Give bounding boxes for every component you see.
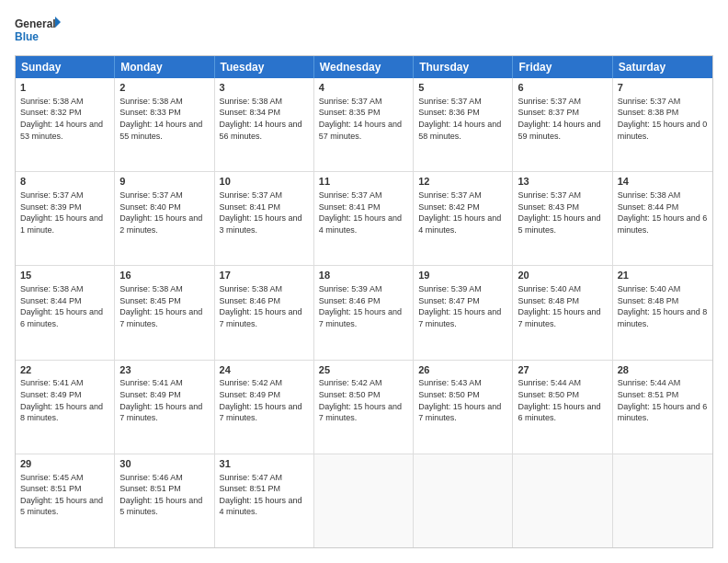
day-info: Sunrise: 5:46 AM Sunset: 8:51 PM Dayligh… bbox=[119, 472, 209, 518]
day-number: 20 bbox=[518, 269, 607, 282]
calendar-cell: 2Sunrise: 5:38 AM Sunset: 8:33 PM Daylig… bbox=[115, 78, 214, 171]
day-number: 10 bbox=[220, 175, 309, 189]
svg-text:Blue: Blue bbox=[15, 30, 39, 43]
week-row-1: 1Sunrise: 5:38 AM Sunset: 8:32 PM Daylig… bbox=[16, 78, 712, 172]
day-number: 21 bbox=[618, 269, 708, 282]
header: General Blue bbox=[15, 15, 713, 48]
day-number: 22 bbox=[20, 363, 109, 377]
day-info: Sunrise: 5:40 AM Sunset: 8:48 PM Dayligh… bbox=[618, 283, 708, 329]
calendar-cell: 20Sunrise: 5:40 AM Sunset: 8:48 PM Dayli… bbox=[513, 266, 612, 359]
day-number: 4 bbox=[319, 81, 408, 95]
day-number: 12 bbox=[418, 175, 507, 189]
svg-marker-2 bbox=[55, 17, 61, 28]
day-number: 2 bbox=[119, 81, 209, 95]
day-info: Sunrise: 5:37 AM Sunset: 8:38 PM Dayligh… bbox=[618, 96, 708, 142]
day-info: Sunrise: 5:37 AM Sunset: 8:43 PM Dayligh… bbox=[518, 190, 607, 236]
day-info: Sunrise: 5:37 AM Sunset: 8:36 PM Dayligh… bbox=[418, 96, 507, 142]
day-info: Sunrise: 5:44 AM Sunset: 8:51 PM Dayligh… bbox=[618, 377, 708, 423]
calendar-cell: 27Sunrise: 5:44 AM Sunset: 8:50 PM Dayli… bbox=[513, 361, 612, 454]
day-number: 13 bbox=[518, 175, 607, 189]
calendar-cell bbox=[414, 454, 513, 547]
calendar-cell bbox=[314, 454, 414, 547]
calendar-cell: 5Sunrise: 5:37 AM Sunset: 8:36 PM Daylig… bbox=[414, 78, 513, 171]
calendar-header: Sunday Monday Tuesday Wednesday Thursday… bbox=[16, 56, 712, 78]
calendar-cell: 21Sunrise: 5:40 AM Sunset: 8:48 PM Dayli… bbox=[613, 266, 712, 359]
day-number: 19 bbox=[418, 269, 507, 282]
day-number: 7 bbox=[618, 81, 708, 95]
day-number: 27 bbox=[518, 363, 607, 377]
day-info: Sunrise: 5:39 AM Sunset: 8:46 PM Dayligh… bbox=[319, 283, 408, 329]
day-info: Sunrise: 5:42 AM Sunset: 8:50 PM Dayligh… bbox=[319, 377, 408, 423]
calendar-cell: 9Sunrise: 5:37 AM Sunset: 8:40 PM Daylig… bbox=[115, 172, 214, 265]
calendar-cell: 13Sunrise: 5:37 AM Sunset: 8:43 PM Dayli… bbox=[513, 172, 612, 265]
header-wednesday: Wednesday bbox=[314, 56, 414, 78]
day-number: 28 bbox=[618, 363, 708, 377]
header-saturday: Saturday bbox=[613, 56, 712, 78]
day-info: Sunrise: 5:44 AM Sunset: 8:50 PM Dayligh… bbox=[518, 377, 607, 423]
day-info: Sunrise: 5:41 AM Sunset: 8:49 PM Dayligh… bbox=[119, 377, 209, 423]
day-number: 16 bbox=[119, 269, 209, 282]
day-info: Sunrise: 5:41 AM Sunset: 8:49 PM Dayligh… bbox=[20, 377, 109, 423]
day-info: Sunrise: 5:38 AM Sunset: 8:34 PM Dayligh… bbox=[220, 96, 309, 142]
day-number: 24 bbox=[220, 363, 309, 377]
calendar-cell: 23Sunrise: 5:41 AM Sunset: 8:49 PM Dayli… bbox=[115, 361, 214, 454]
svg-text:General: General bbox=[15, 17, 56, 30]
calendar-cell: 14Sunrise: 5:38 AM Sunset: 8:44 PM Dayli… bbox=[613, 172, 712, 265]
day-info: Sunrise: 5:45 AM Sunset: 8:51 PM Dayligh… bbox=[20, 472, 109, 518]
header-sunday: Sunday bbox=[16, 56, 115, 78]
day-number: 8 bbox=[20, 175, 109, 189]
week-row-3: 15Sunrise: 5:38 AM Sunset: 8:44 PM Dayli… bbox=[16, 266, 712, 360]
day-number: 3 bbox=[220, 81, 309, 95]
day-info: Sunrise: 5:47 AM Sunset: 8:51 PM Dayligh… bbox=[220, 472, 309, 518]
calendar-cell: 11Sunrise: 5:37 AM Sunset: 8:41 PM Dayli… bbox=[314, 172, 414, 265]
week-row-5: 29Sunrise: 5:45 AM Sunset: 8:51 PM Dayli… bbox=[16, 454, 712, 547]
calendar-body: 1Sunrise: 5:38 AM Sunset: 8:32 PM Daylig… bbox=[16, 78, 712, 547]
day-number: 5 bbox=[418, 81, 507, 95]
calendar-cell: 22Sunrise: 5:41 AM Sunset: 8:49 PM Dayli… bbox=[16, 361, 115, 454]
calendar-cell: 24Sunrise: 5:42 AM Sunset: 8:49 PM Dayli… bbox=[215, 361, 314, 454]
day-number: 18 bbox=[319, 269, 408, 282]
day-number: 11 bbox=[319, 175, 408, 189]
day-info: Sunrise: 5:38 AM Sunset: 8:33 PM Dayligh… bbox=[119, 96, 209, 142]
day-info: Sunrise: 5:37 AM Sunset: 8:40 PM Dayligh… bbox=[119, 190, 209, 236]
day-number: 23 bbox=[119, 363, 209, 377]
day-number: 14 bbox=[618, 175, 708, 189]
calendar-cell: 30Sunrise: 5:46 AM Sunset: 8:51 PM Dayli… bbox=[115, 454, 214, 547]
calendar-cell: 17Sunrise: 5:38 AM Sunset: 8:46 PM Dayli… bbox=[215, 266, 314, 359]
page: General Blue Sunday Monday Tuesday Wedne… bbox=[0, 0, 728, 563]
week-row-4: 22Sunrise: 5:41 AM Sunset: 8:49 PM Dayli… bbox=[16, 361, 712, 454]
header-thursday: Thursday bbox=[414, 56, 513, 78]
day-number: 31 bbox=[220, 457, 309, 471]
header-tuesday: Tuesday bbox=[215, 56, 314, 78]
day-number: 25 bbox=[319, 363, 408, 377]
day-info: Sunrise: 5:37 AM Sunset: 8:37 PM Dayligh… bbox=[518, 96, 607, 142]
day-info: Sunrise: 5:39 AM Sunset: 8:47 PM Dayligh… bbox=[418, 283, 507, 329]
day-info: Sunrise: 5:43 AM Sunset: 8:50 PM Dayligh… bbox=[418, 377, 507, 423]
day-number: 29 bbox=[20, 457, 109, 471]
calendar-cell: 26Sunrise: 5:43 AM Sunset: 8:50 PM Dayli… bbox=[414, 361, 513, 454]
day-info: Sunrise: 5:38 AM Sunset: 8:46 PM Dayligh… bbox=[220, 283, 309, 329]
day-number: 26 bbox=[418, 363, 507, 377]
calendar-cell: 1Sunrise: 5:38 AM Sunset: 8:32 PM Daylig… bbox=[16, 78, 115, 171]
calendar-cell: 19Sunrise: 5:39 AM Sunset: 8:47 PM Dayli… bbox=[414, 266, 513, 359]
calendar-cell bbox=[513, 454, 612, 547]
day-number: 30 bbox=[119, 457, 209, 471]
day-info: Sunrise: 5:37 AM Sunset: 8:41 PM Dayligh… bbox=[220, 190, 309, 236]
calendar-cell: 6Sunrise: 5:37 AM Sunset: 8:37 PM Daylig… bbox=[513, 78, 612, 171]
day-info: Sunrise: 5:38 AM Sunset: 8:44 PM Dayligh… bbox=[618, 190, 708, 236]
logo: General Blue bbox=[15, 15, 61, 48]
header-friday: Friday bbox=[513, 56, 612, 78]
calendar-cell: 28Sunrise: 5:44 AM Sunset: 8:51 PM Dayli… bbox=[613, 361, 712, 454]
week-row-2: 8Sunrise: 5:37 AM Sunset: 8:39 PM Daylig… bbox=[16, 172, 712, 266]
calendar: Sunday Monday Tuesday Wednesday Thursday… bbox=[15, 55, 713, 548]
day-info: Sunrise: 5:40 AM Sunset: 8:48 PM Dayligh… bbox=[518, 283, 607, 329]
header-monday: Monday bbox=[115, 56, 214, 78]
calendar-cell: 7Sunrise: 5:37 AM Sunset: 8:38 PM Daylig… bbox=[613, 78, 712, 171]
calendar-cell: 25Sunrise: 5:42 AM Sunset: 8:50 PM Dayli… bbox=[314, 361, 414, 454]
day-info: Sunrise: 5:37 AM Sunset: 8:41 PM Dayligh… bbox=[319, 190, 408, 236]
calendar-cell: 12Sunrise: 5:37 AM Sunset: 8:42 PM Dayli… bbox=[414, 172, 513, 265]
day-number: 17 bbox=[220, 269, 309, 282]
day-number: 6 bbox=[518, 81, 607, 95]
day-info: Sunrise: 5:37 AM Sunset: 8:39 PM Dayligh… bbox=[20, 190, 109, 236]
logo-svg: General Blue bbox=[15, 15, 61, 48]
